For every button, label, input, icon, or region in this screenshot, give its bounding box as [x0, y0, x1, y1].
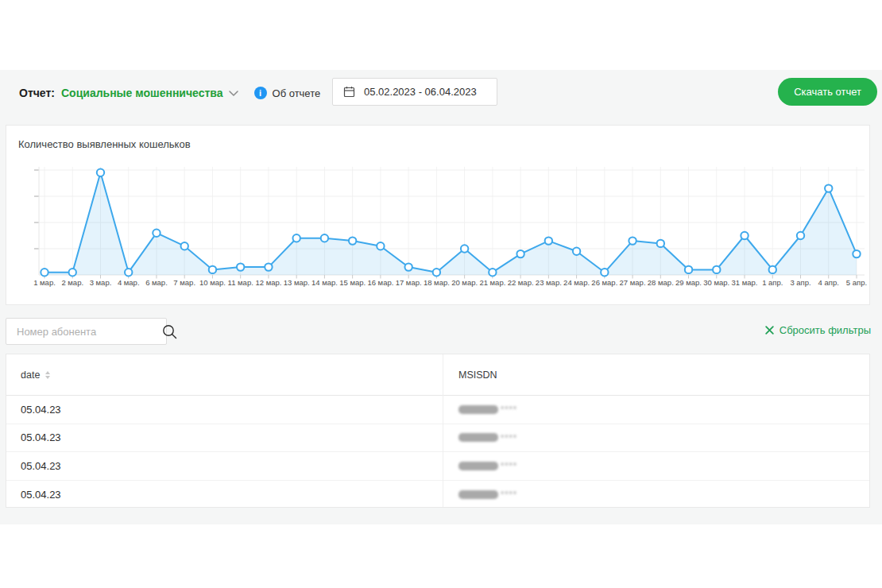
svg-text:26 мар.: 26 мар.: [591, 278, 617, 287]
svg-text:11 мар.: 11 мар.: [228, 278, 253, 287]
date-cell: 05.04.23: [6, 460, 443, 472]
svg-text:28 мар.: 28 мар.: [648, 278, 674, 287]
table-body: 05.04.23****05.04.23****05.04.23****05.0…: [6, 396, 869, 509]
svg-text:3 апр.: 3 апр.: [790, 278, 810, 287]
dashboard-content: Отчет: Социальные мошенничества i Об отч…: [0, 70, 882, 524]
svg-text:14 мар.: 14 мар.: [311, 278, 338, 287]
column-header-date[interactable]: date: [6, 369, 443, 381]
wallets-chart-svg: 1 мар.2 мар.3 мар.4 мар.6 мар.7 мар.10 м…: [6, 126, 871, 306]
svg-text:4 апр.: 4 апр.: [818, 278, 839, 287]
msisdn-redacted-value: ****: [458, 404, 517, 414]
svg-text:23 мар.: 23 мар.: [536, 278, 562, 287]
msisdn-redacted-value: ****: [458, 433, 517, 443]
report-dropdown[interactable]: Социальные мошенничества: [61, 87, 238, 99]
svg-text:21 мар.: 21 мар.: [479, 278, 505, 287]
svg-text:15 мар.: 15 мар.: [339, 278, 366, 287]
msisdn-blur-blob: [458, 433, 498, 442]
svg-text:20 мар.: 20 мар.: [451, 278, 478, 287]
msisdn-cell: ****: [443, 404, 517, 414]
svg-text:2 мар.: 2 мар.: [61, 278, 83, 287]
msisdn-redacted-value: ****: [458, 461, 517, 470]
svg-text:31 мар.: 31 мар.: [732, 278, 758, 287]
chart-title: Количество выявленных кошельков: [18, 138, 191, 150]
report-label: Отчет:: [19, 87, 55, 99]
report-dropdown-value: Социальные мошенничества: [61, 87, 223, 99]
table-row: 05.04.23****: [6, 396, 869, 424]
msisdn-redacted-value: ****: [458, 489, 517, 499]
msisdn-cell: ****: [443, 489, 517, 499]
column-header-msisdn: MSISDN: [443, 369, 497, 381]
date-range-value: 05.02.2023 - 06.04.2023: [364, 86, 477, 98]
svg-text:3 мар.: 3 мар.: [90, 278, 112, 287]
results-table: date MSISDN 05.04.23****05.04.23****05.0…: [6, 354, 870, 508]
sort-icon: [45, 371, 50, 379]
chevron-down-icon: [229, 91, 238, 96]
reset-filters-label: Сбросить фильтры: [779, 324, 871, 336]
search-button[interactable]: [161, 319, 178, 344]
table-row: 05.04.23****: [6, 452, 869, 481]
table-row: 05.04.23****: [6, 424, 869, 453]
msisdn-mask-suffix: ****: [501, 461, 517, 470]
subscriber-search-box: [6, 318, 167, 345]
about-report-label: Об отчете: [273, 87, 321, 99]
svg-text:10 мар.: 10 мар.: [199, 278, 226, 287]
svg-text:16 мар.: 16 мар.: [367, 278, 393, 287]
msisdn-blur-blob: [458, 405, 498, 414]
column-header-msisdn-label: MSISDN: [458, 369, 497, 381]
svg-text:4 мар.: 4 мар.: [118, 278, 140, 287]
table-row: 05.04.23****: [6, 481, 869, 509]
wallets-chart-panel: 1 мар.2 мар.3 мар.4 мар.6 мар.7 мар.10 м…: [6, 125, 870, 305]
msisdn-mask-suffix: ****: [501, 433, 517, 443]
svg-text:5 апр.: 5 апр.: [846, 278, 867, 287]
msisdn-mask-suffix: ****: [501, 404, 517, 414]
reset-filters-link[interactable]: Сбросить фильтры: [765, 324, 871, 336]
date-range-picker[interactable]: 05.02.2023 - 06.04.2023: [332, 78, 497, 106]
report-selector-group: Отчет: Социальные мошенничества i Об отч…: [19, 79, 320, 107]
msisdn-cell: ****: [443, 433, 517, 443]
table-column-divider: [443, 354, 443, 507]
download-report-button[interactable]: Скачать отчет: [778, 78, 877, 106]
msisdn-blur-blob: [458, 490, 498, 499]
svg-text:17 мар.: 17 мар.: [396, 278, 422, 287]
msisdn-blur-blob: [458, 462, 498, 470]
svg-text:22 мар.: 22 мар.: [508, 278, 534, 287]
svg-text:30 мар.: 30 мар.: [703, 278, 729, 287]
about-report-group[interactable]: i Об отчете: [254, 87, 321, 99]
msisdn-mask-suffix: ****: [501, 489, 517, 499]
svg-text:29 мар.: 29 мар.: [675, 278, 702, 287]
info-icon: i: [254, 87, 267, 99]
date-cell: 05.04.23: [6, 489, 443, 501]
svg-text:12 мар.: 12 мар.: [255, 278, 281, 287]
table-header-row: date MSISDN: [6, 354, 869, 396]
msisdn-cell: ****: [443, 461, 517, 470]
close-icon: [765, 326, 774, 335]
date-cell: 05.04.23: [6, 431, 443, 443]
svg-text:7 мар.: 7 мар.: [173, 278, 195, 287]
svg-text:18 мар.: 18 мар.: [424, 278, 450, 287]
svg-text:1 мар.: 1 мар.: [33, 278, 56, 287]
svg-text:6 мар.: 6 мар.: [145, 278, 168, 287]
svg-text:24 мар.: 24 мар.: [563, 278, 590, 287]
calendar-icon: [343, 86, 355, 98]
date-cell: 05.04.23: [6, 404, 443, 416]
subscriber-search-input[interactable]: [6, 319, 161, 344]
svg-text:27 мар.: 27 мар.: [620, 278, 646, 287]
svg-text:1 апр.: 1 апр.: [762, 278, 783, 287]
svg-text:13 мар.: 13 мар.: [284, 278, 310, 287]
search-icon: [161, 323, 178, 340]
column-header-date-label: date: [21, 369, 40, 381]
